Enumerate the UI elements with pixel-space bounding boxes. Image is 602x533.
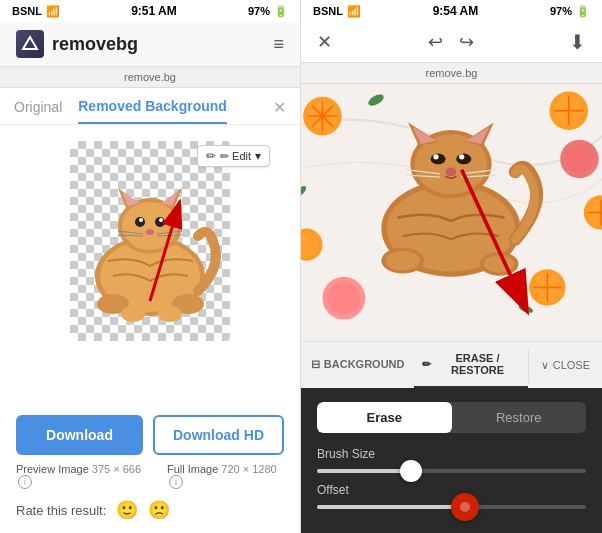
right-carrier: BSNL [313, 5, 343, 17]
offset-label: Offset [317, 483, 586, 497]
logo-svg [21, 35, 39, 53]
right-time: 9:54 AM [433, 4, 479, 18]
right-nav: ✕ ↩ ↪ ⬇ [301, 22, 602, 63]
erase-restore-tabs: Erase Restore [317, 402, 586, 433]
tab-erase-restore[interactable]: ✏ ERASE / RESTORE [414, 342, 527, 388]
right-status-bar: BSNL 📶 9:54 AM 97% 🔋 [301, 0, 602, 22]
offset-row: Offset [317, 483, 586, 509]
undo-icon[interactable]: ↩ [428, 31, 443, 53]
tabs-area: Original Removed Background ✕ [0, 88, 300, 125]
preview-info-icon[interactable]: i [18, 475, 32, 489]
brush-size-thumb[interactable] [400, 460, 422, 482]
right-panel: BSNL 📶 9:54 AM 97% 🔋 ✕ ↩ ↪ ⬇ remove.bg [301, 0, 602, 533]
left-status-bar: BSNL 📶 9:51 AM 97% 🔋 [0, 0, 300, 22]
right-image-area [301, 84, 602, 341]
left-battery: 97% [248, 5, 270, 17]
right-battery: 97% [550, 5, 572, 17]
happy-emoji-button[interactable]: 🙂 [116, 499, 138, 521]
svg-marker-0 [23, 37, 37, 49]
right-battery-icon: 🔋 [576, 5, 590, 18]
close-nav-icon[interactable]: ✕ [317, 31, 332, 53]
edit-pencil-icon: ✏ [206, 149, 216, 163]
image-info: Preview Image 375 × 666 i Full Image 720… [16, 463, 284, 489]
left-wifi-icon: 📶 [46, 5, 60, 18]
layers-icon: ⊟ [311, 358, 320, 371]
logo-icon [16, 30, 44, 58]
left-panel: BSNL 📶 9:51 AM 97% 🔋 removebg ≡ remove.b… [0, 0, 301, 533]
close-tab-icon[interactable]: ✕ [273, 98, 286, 117]
close-toolbar-button[interactable]: ∨ CLOSE [528, 349, 602, 382]
left-url-text: remove.bg [124, 71, 176, 83]
brush-size-label: Brush Size [317, 447, 586, 461]
right-url-bar[interactable]: remove.bg [301, 63, 602, 84]
cat-with-background [301, 84, 602, 341]
bottom-panel: Erase Restore Brush Size Offset [301, 388, 602, 533]
full-info-icon[interactable]: i [169, 475, 183, 489]
red-arrow-overlay [70, 141, 215, 331]
rate-area: Rate this result: 🙂 🙁 [16, 499, 284, 521]
tab-original[interactable]: Original [14, 99, 62, 123]
svg-line-74 [462, 170, 526, 309]
hamburger-icon[interactable]: ≡ [273, 34, 284, 55]
left-status-right: 97% 🔋 [248, 5, 288, 18]
left-nav-bar: removebg ≡ [0, 22, 300, 67]
right-url-text: remove.bg [426, 67, 478, 79]
preview-info: Preview Image 375 × 666 i [16, 463, 147, 489]
right-red-arrow [301, 84, 602, 341]
pencil-icon: ✏ [422, 358, 431, 371]
download-button[interactable]: Download [16, 415, 143, 455]
cat-preview-image [70, 141, 230, 341]
full-info: Full Image 720 × 1280 i [167, 463, 284, 489]
edit-dropdown-icon: ▾ [255, 149, 261, 163]
offset-track[interactable] [317, 505, 586, 509]
left-url-bar[interactable]: remove.bg [0, 67, 300, 88]
image-area: ✏ ✏ Edit ▾ [0, 125, 300, 403]
brush-size-fill [317, 469, 411, 473]
offset-fill [317, 505, 465, 509]
redo-icon[interactable]: ↪ [459, 31, 474, 53]
restore-tab[interactable]: Restore [452, 402, 587, 433]
sad-emoji-button[interactable]: 🙁 [148, 499, 170, 521]
right-status-right: 97% 🔋 [550, 5, 590, 18]
svg-line-23 [150, 201, 180, 301]
right-toolbar: ⊟ BACKGROUND ✏ ERASE / RESTORE ∨ CLOSE [301, 341, 602, 388]
left-time: 9:51 AM [131, 4, 177, 18]
bottom-area: Download Download HD Preview Image 375 ×… [0, 403, 300, 533]
chevron-down-icon: ∨ [541, 359, 549, 372]
offset-thumb[interactable] [451, 493, 479, 521]
tab-background[interactable]: ⊟ BACKGROUND [301, 348, 414, 383]
logo-area: removebg [16, 30, 138, 58]
edit-button[interactable]: ✏ ✏ Edit ▾ [197, 145, 270, 167]
rate-label: Rate this result: [16, 503, 106, 518]
erase-tab[interactable]: Erase [317, 402, 452, 433]
logo-text: removebg [52, 34, 138, 55]
full-size: 720 × 1280 [221, 463, 276, 475]
download-buttons: Download Download HD [16, 415, 284, 455]
right-wifi-icon: 📶 [347, 5, 361, 18]
left-status-left: BSNL 📶 [12, 5, 60, 18]
left-carrier: BSNL [12, 5, 42, 17]
download-hd-button[interactable]: Download HD [153, 415, 284, 455]
brush-size-track[interactable] [317, 469, 586, 473]
download-nav-icon[interactable]: ⬇ [569, 30, 586, 54]
preview-size: 375 × 666 [92, 463, 141, 475]
brush-size-row: Brush Size [317, 447, 586, 473]
right-nav-icons: ↩ ↪ [428, 31, 474, 53]
left-battery-icon: 🔋 [274, 5, 288, 18]
right-status-left: BSNL 📶 [313, 5, 361, 18]
tab-removed-bg[interactable]: Removed Background [78, 98, 227, 124]
